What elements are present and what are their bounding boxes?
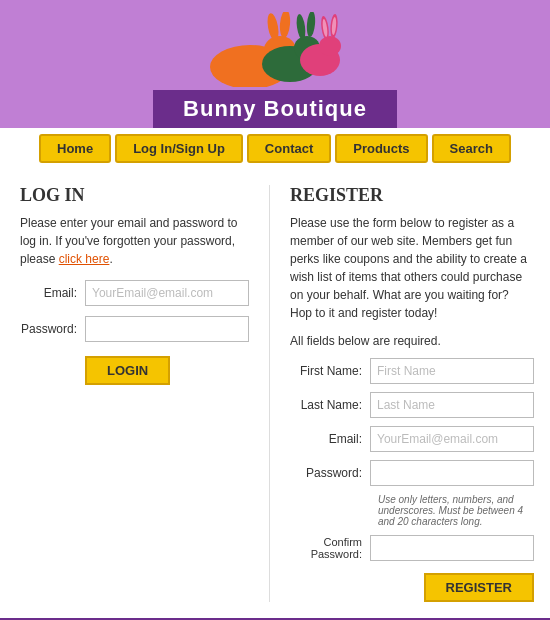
- password-hint: Use only letters, numbers, and underscor…: [378, 494, 534, 527]
- login-title: LOG IN: [20, 185, 249, 206]
- register-panel: REGISTER Please use the form below to re…: [270, 185, 534, 602]
- main-content: LOG IN Please enter your email and passw…: [0, 169, 550, 618]
- first-name-label: First Name:: [290, 364, 370, 378]
- header: Bunny Boutique: [0, 0, 550, 128]
- logo-area: Bunny Boutique: [153, 12, 397, 128]
- nav-login[interactable]: Log In/Sign Up: [115, 134, 243, 163]
- confirm-password-label: Confirm Password:: [290, 536, 370, 560]
- password-row: Password:: [20, 316, 249, 342]
- first-name-input[interactable]: [370, 358, 534, 384]
- nav-products[interactable]: Products: [335, 134, 427, 163]
- last-name-input[interactable]: [370, 392, 534, 418]
- reg-password-input[interactable]: [370, 460, 534, 486]
- nav-home[interactable]: Home: [39, 134, 111, 163]
- confirm-password-input[interactable]: [370, 535, 534, 561]
- required-note: All fields below are required.: [290, 334, 534, 348]
- email-label: Email:: [20, 286, 85, 300]
- reg-password-row: Password:: [290, 460, 534, 486]
- reg-password-label: Password:: [290, 466, 370, 480]
- forgot-password-link[interactable]: click here: [59, 252, 110, 266]
- navigation: Home Log In/Sign Up Contact Products Sea…: [0, 128, 550, 169]
- last-name-row: Last Name:: [290, 392, 534, 418]
- bunny-illustration: [175, 12, 375, 87]
- reg-email-row: Email:: [290, 426, 534, 452]
- login-password-input[interactable]: [85, 316, 249, 342]
- svg-point-7: [306, 12, 316, 37]
- login-panel: LOG IN Please enter your email and passw…: [20, 185, 270, 602]
- login-email-input[interactable]: [85, 280, 249, 306]
- login-button-row: LOGIN: [20, 352, 249, 385]
- email-row: Email:: [20, 280, 249, 306]
- reg-email-input[interactable]: [370, 426, 534, 452]
- reg-email-label: Email:: [290, 432, 370, 446]
- svg-point-9: [319, 36, 341, 56]
- password-label: Password:: [20, 322, 85, 336]
- logo-text: Bunny Boutique: [153, 90, 397, 128]
- login-description: Please enter your email and password to …: [20, 214, 249, 268]
- last-name-label: Last Name:: [290, 398, 370, 412]
- nav-contact[interactable]: Contact: [247, 134, 331, 163]
- svg-point-3: [279, 12, 291, 38]
- register-title: REGISTER: [290, 185, 534, 206]
- login-button[interactable]: LOGIN: [85, 356, 170, 385]
- nav-search[interactable]: Search: [432, 134, 511, 163]
- register-button[interactable]: REGISTER: [424, 573, 534, 602]
- first-name-row: First Name:: [290, 358, 534, 384]
- confirm-password-row: Confirm Password:: [290, 535, 534, 561]
- register-description: Please use the form below to register as…: [290, 214, 534, 322]
